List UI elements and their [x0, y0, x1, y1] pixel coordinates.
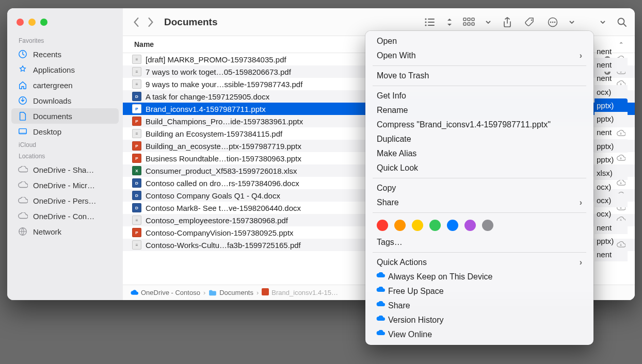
ctx-quick-actions[interactable]: Quick Actions› — [365, 255, 593, 270]
zoom-window-button[interactable] — [40, 19, 47, 26]
ctx-make-alias[interactable]: Make Alias — [365, 146, 593, 161]
tag-color-dot[interactable] — [447, 220, 458, 231]
kind-column-fragment: nentnentnentocx)pptx)pptx)nentpptx)pptx)… — [595, 44, 628, 261]
sidebar-section-label: Locations — [7, 151, 123, 162]
quick-action-item[interactable]: Share — [365, 299, 593, 313]
pdf-file-icon: ≡ — [132, 67, 141, 76]
sidebar-item-onedrive-con-[interactable]: OneDrive - Con… — [7, 208, 123, 224]
svg-rect-15 — [468, 23, 470, 25]
dropdown-chevron-icon[interactable] — [600, 15, 606, 29]
sidebar-item-network[interactable]: Network — [7, 224, 123, 239]
quick-action-label: Free Up Space — [388, 287, 444, 296]
group-chevron-icon[interactable] — [485, 15, 491, 29]
minimize-window-button[interactable] — [28, 19, 36, 26]
ctx-rename[interactable]: Rename — [365, 103, 593, 118]
docx-file-icon: D — [132, 203, 141, 212]
back-button[interactable] — [129, 15, 143, 29]
more-button[interactable] — [546, 15, 559, 29]
kind-cell: pptx) — [595, 234, 628, 247]
svg-rect-16 — [472, 23, 474, 25]
window-title: Documents — [164, 16, 217, 28]
svg-point-5 — [425, 18, 426, 20]
ctx-share[interactable]: Share› — [365, 195, 593, 210]
sidebar-item-downloads[interactable]: Downloads — [7, 93, 123, 108]
sidebar-item-label: Documents — [33, 112, 72, 121]
tag-color-dot[interactable] — [394, 220, 406, 231]
onedrive-icon — [376, 287, 385, 296]
tag-color-dot[interactable] — [377, 220, 388, 231]
path-segment[interactable]: Brand_iconsv1.4-15… — [262, 288, 338, 297]
ctx-duplicate[interactable]: Duplicate — [365, 132, 593, 146]
sidebar-item-label: Recents — [33, 50, 61, 59]
kind-cell: ocx) — [595, 193, 628, 207]
sidebar-item-desktop[interactable]: Desktop — [7, 124, 123, 139]
separator — [373, 252, 586, 253]
path-segment[interactable]: OneDrive - Contoso — [130, 289, 200, 296]
sidebar-item-onedrive-micr-[interactable]: OneDrive - Micr… — [7, 177, 123, 193]
kind-cell: xlsx) — [595, 167, 628, 180]
tag-color-dot[interactable] — [429, 220, 441, 231]
tag-color-dot[interactable] — [482, 220, 493, 231]
ctx-trash[interactable]: Move to Trash — [365, 69, 593, 83]
path-label: Documents — [219, 289, 253, 296]
svg-point-17 — [531, 19, 533, 21]
sidebar-section-label: Favorites — [7, 35, 123, 46]
ctx-get-info[interactable]: Get Info — [365, 89, 593, 103]
quick-action-label: Share — [388, 301, 410, 310]
tags-button[interactable] — [523, 15, 537, 29]
more-chevron-icon[interactable] — [569, 15, 575, 29]
sidebar-item-documents[interactable]: Documents — [11, 108, 119, 124]
sidebar-item-label: Desktop — [33, 127, 61, 136]
share-button[interactable] — [501, 15, 514, 29]
svg-rect-14 — [463, 23, 466, 25]
kind-cell: pptx) — [595, 98, 628, 112]
sidebar-item-onedrive-pers-[interactable]: OneDrive - Pers… — [7, 193, 123, 208]
separator — [373, 65, 586, 66]
context-menu[interactable]: Open Open With› Move to Trash Get Info R… — [365, 31, 593, 345]
pdf-file-icon: ≡ — [132, 79, 141, 89]
apps-icon — [18, 64, 28, 75]
sidebar-item-applications[interactable]: Applications — [7, 62, 123, 77]
onedrive-icon — [376, 330, 385, 339]
svg-point-19 — [550, 21, 552, 23]
sidebar-item-label: cartergreen — [33, 81, 73, 90]
tag-color-row — [365, 216, 593, 235]
cloud-icon — [18, 164, 28, 175]
chevron-right-icon: › — [580, 51, 582, 60]
forward-button[interactable] — [143, 15, 158, 29]
pdf-file-icon: ≡ — [132, 240, 141, 250]
view-list-button[interactable] — [423, 15, 437, 29]
kind-cell: nent — [595, 58, 628, 71]
chevron-right-icon: › — [203, 289, 205, 296]
ctx-open[interactable]: Open — [365, 34, 593, 48]
close-window-button[interactable] — [17, 19, 24, 26]
sidebar-item-onedrive-sha-[interactable]: OneDrive - Sha… — [7, 162, 123, 177]
kind-cell: pptx) — [595, 112, 628, 125]
path-label: OneDrive - Contoso — [141, 289, 200, 296]
ctx-open-with[interactable]: Open With› — [365, 48, 593, 63]
sidebar: FavoritesRecentsApplicationscartergreenD… — [7, 8, 123, 300]
kind-cell: nent — [595, 247, 628, 261]
tag-color-dot[interactable] — [412, 220, 423, 231]
ctx-tags[interactable]: Tags… — [365, 235, 593, 250]
quick-action-item[interactable]: Version History — [365, 313, 593, 327]
ctx-copy[interactable]: Copy — [365, 181, 593, 195]
quick-action-item[interactable]: Free Up Space — [365, 284, 593, 299]
group-button[interactable] — [462, 15, 476, 29]
sidebar-item-cartergreen[interactable]: cartergreen — [7, 77, 123, 93]
quick-action-item[interactable]: Always Keep on This Device — [365, 270, 593, 284]
quick-action-item[interactable]: View Online — [365, 327, 593, 342]
column-header-name[interactable]: Name — [134, 40, 154, 48]
sidebar-item-label: OneDrive - Con… — [33, 212, 94, 221]
tag-color-dot[interactable] — [464, 220, 476, 231]
sidebar-item-recents[interactable]: Recents — [7, 46, 123, 62]
ctx-quick-look[interactable]: Quick Look — [365, 161, 593, 175]
search-button[interactable] — [615, 15, 629, 29]
svg-rect-12 — [468, 18, 470, 21]
view-options-stepper[interactable] — [446, 15, 453, 29]
quick-action-label: Version History — [388, 316, 444, 325]
path-segment[interactable]: Documents — [208, 289, 253, 296]
kind-cell: pptx) — [595, 153, 628, 166]
ctx-compress[interactable]: Compress "Brand_iconsv1.4-1597987711.ppt… — [365, 118, 593, 132]
download-icon — [18, 95, 28, 106]
